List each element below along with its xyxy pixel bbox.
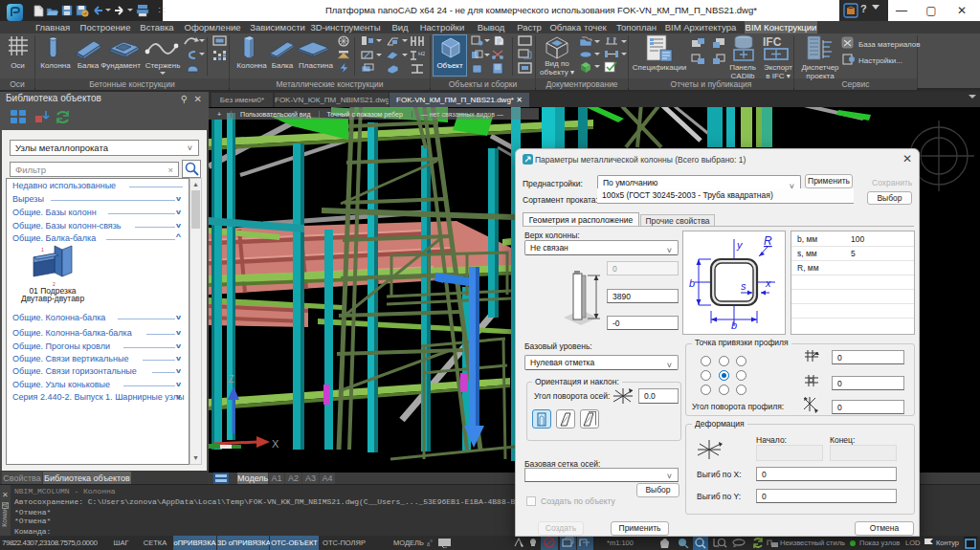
svg-text:y: y: [736, 239, 744, 251]
svg-text:b: b: [689, 277, 695, 289]
svg-text:b: b: [731, 319, 737, 331]
svg-text:H2: H2: [418, 51, 425, 56]
svg-text:x: x: [765, 277, 771, 289]
svg-text:X: X: [272, 438, 279, 450]
svg-text:s: s: [741, 280, 746, 292]
svg-text:Z: Z: [228, 373, 234, 385]
svg-text:1: 1: [41, 247, 44, 253]
svg-text:R: R: [764, 234, 772, 248]
